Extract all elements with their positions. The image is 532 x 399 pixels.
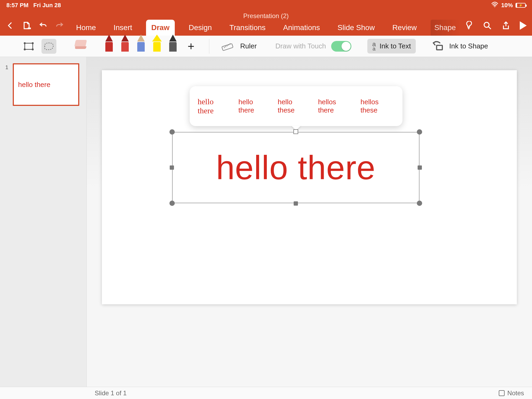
pen-red-thick[interactable] [120, 35, 130, 52]
ink-to-text-label: Ink to Text [380, 42, 411, 50]
svg-point-0 [494, 6, 495, 7]
ink-suggestion-1[interactable]: hello there [238, 98, 268, 114]
svg-point-8 [24, 49, 26, 50]
slide-thumbnail-panel[interactable]: 1 hello there [0, 57, 87, 387]
ink-suggestion-popup: hello there hello there hello these hell… [190, 86, 402, 126]
document-title[interactable]: Presentation (2) [0, 11, 532, 20]
status-time: 8:57 PM [6, 2, 28, 9]
ipad-status-bar: 8:57 PM Fri Jun 28 10% ⚡ [0, 0, 532, 11]
ink-to-text-button[interactable]: aa Ink to Text [367, 39, 415, 53]
pen-black[interactable] [168, 35, 178, 52]
svg-point-7 [32, 43, 34, 44]
slide[interactable]: hello there hello there hello these hell… [102, 70, 517, 304]
draw-with-touch-label: Draw with Touch [275, 42, 326, 50]
notes-label: Notes [507, 389, 524, 397]
tab-slideshow[interactable]: Slide Show [334, 20, 379, 36]
ink-original-handwriting[interactable]: hello there [198, 97, 229, 115]
eraser-tool[interactable] [75, 40, 88, 53]
ruler-toggle[interactable]: Ruler [240, 42, 257, 50]
draw-with-touch-toggle[interactable] [331, 41, 351, 52]
svg-rect-10 [222, 43, 233, 51]
thumbnail-number: 1 [5, 63, 10, 70]
ink-suggestion-2[interactable]: hello these [278, 98, 309, 114]
tab-animations[interactable]: Animations [279, 20, 324, 36]
tab-insert[interactable]: Insert [110, 20, 136, 36]
status-date: Fri Jun 28 [33, 2, 61, 9]
tab-review[interactable]: Review [389, 20, 421, 36]
tab-transitions[interactable]: Transitions [226, 20, 269, 36]
selected-text-box[interactable]: hello there [172, 132, 419, 203]
svg-rect-11 [437, 45, 442, 50]
app-header: Presentation (2) Home Insert Draw Design… [0, 11, 532, 36]
lasso-select-tool[interactable] [41, 39, 56, 54]
tab-home[interactable]: Home [72, 20, 100, 36]
notes-icon [499, 390, 505, 396]
ink-to-text-icon: aa [372, 41, 376, 51]
svg-point-1 [28, 28, 29, 29]
slide-thumbnail-1[interactable]: hello there [13, 63, 79, 106]
search-button[interactable] [483, 21, 492, 30]
toolbar-divider [209, 39, 209, 54]
ink-suggestion-3[interactable]: hellos there [318, 98, 351, 114]
add-pen-button[interactable]: + [184, 39, 198, 54]
draw-toolbar: + Ruler Draw with Touch aa Ink to Text I… [0, 36, 532, 57]
wifi-icon [491, 2, 498, 9]
workspace: 1 hello there hello there hello there he… [0, 57, 532, 387]
svg-point-3 [30, 28, 31, 29]
thumbnail-row[interactable]: 1 hello there [5, 63, 81, 106]
tab-draw[interactable]: Draw [146, 20, 175, 36]
svg-point-6 [24, 43, 26, 44]
back-button[interactable] [5, 21, 15, 30]
status-bar-footer: Slide 1 of 1 Notes [0, 387, 532, 399]
text-box-content[interactable]: hello there [172, 132, 419, 203]
select-objects-tool[interactable] [21, 39, 36, 54]
ink-to-shape-icon [432, 40, 444, 52]
svg-point-9 [32, 49, 34, 50]
undo-button[interactable] [38, 21, 48, 30]
highlighter-yellow[interactable] [152, 35, 162, 52]
ink-suggestion-4[interactable]: hellos these [360, 98, 394, 114]
pen-red-thin[interactable] [104, 35, 114, 52]
slide-canvas-area[interactable]: hello there hello there hello these hell… [87, 57, 532, 387]
svg-point-2 [29, 28, 30, 29]
tab-shape-format[interactable]: Shape [431, 20, 460, 36]
redo-button [55, 21, 64, 30]
present-button[interactable] [520, 21, 527, 30]
notes-toggle[interactable]: Notes [499, 389, 524, 397]
ribbon-tabs: Home Insert Draw Design Transitions Anim… [72, 20, 460, 36]
tab-design[interactable]: Design [185, 20, 215, 36]
tell-me-button[interactable] [464, 21, 473, 30]
svg-point-4 [484, 22, 489, 27]
pencil-blue[interactable] [136, 35, 146, 52]
file-menu-button[interactable] [22, 21, 31, 30]
slide-position-label: Slide 1 of 1 [95, 389, 127, 397]
battery-percent: 10% [501, 2, 513, 9]
ruler-icon [220, 39, 235, 54]
ink-to-shape-button[interactable]: Ink to Shape [449, 42, 488, 50]
svg-rect-5 [25, 43, 33, 49]
share-button[interactable] [501, 21, 511, 30]
battery-icon: ⚡ [516, 3, 526, 8]
thumbnail-text: hello there [18, 81, 50, 89]
